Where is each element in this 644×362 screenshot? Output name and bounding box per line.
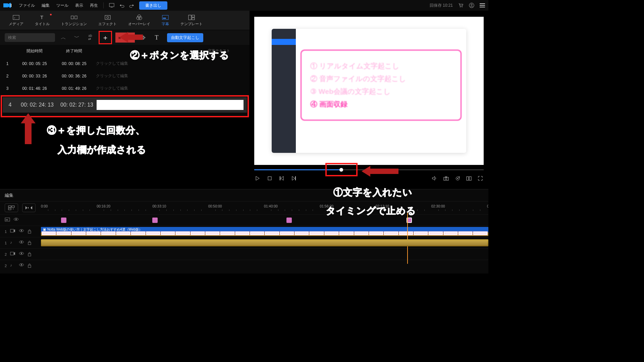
menu-tool[interactable]: ツール bbox=[53, 3, 72, 8]
seek-bar[interactable] bbox=[254, 166, 484, 173]
subtitle-row[interactable]: 2 00: 00: 33: 26 00: 00: 36: 26 クリックして編集 bbox=[0, 70, 250, 82]
settings-icon[interactable] bbox=[454, 175, 461, 182]
undo-icon[interactable] bbox=[119, 3, 124, 8]
prev-frame-icon[interactable] bbox=[278, 175, 285, 182]
autosave-time: 回保存 10:21 bbox=[430, 3, 453, 8]
svg-point-58 bbox=[21, 241, 22, 243]
svg-rect-13 bbox=[480, 7, 485, 7]
text-style-icon[interactable]: T bbox=[152, 33, 162, 43]
subtitle-marker[interactable] bbox=[61, 218, 66, 223]
volume-icon[interactable] bbox=[431, 175, 438, 182]
tab-media[interactable]: ♪ メディア bbox=[4, 13, 28, 28]
svg-rect-27 bbox=[192, 15, 195, 17]
lock-icon[interactable] bbox=[28, 240, 33, 246]
row-text[interactable]: クリックして編集 bbox=[94, 61, 250, 66]
timeline-tab-edit[interactable]: 編集 bbox=[5, 192, 47, 198]
lock-icon[interactable] bbox=[28, 252, 33, 257]
svg-point-40 bbox=[457, 178, 458, 179]
cart-icon[interactable] bbox=[458, 3, 464, 8]
visibility-icon[interactable] bbox=[13, 218, 19, 223]
search-input[interactable] bbox=[5, 33, 55, 42]
tab-overlay[interactable]: オーバーレイ bbox=[123, 13, 155, 28]
menu-file[interactable]: ファイル bbox=[15, 3, 38, 8]
video-track-2: 2 bbox=[0, 248, 488, 260]
row-end[interactable]: 00: 00: 08: 25 bbox=[54, 61, 94, 66]
svg-rect-26 bbox=[189, 15, 191, 20]
audio-track-1: 1 ♪ bbox=[0, 237, 488, 248]
export-button[interactable]: 書き出し bbox=[139, 1, 167, 10]
row-start[interactable]: 00: 00: 05: 25 bbox=[15, 61, 54, 66]
stop-icon[interactable] bbox=[266, 175, 273, 182]
svg-point-64 bbox=[21, 264, 22, 265]
row-start[interactable]: 00: 00: 33: 26 bbox=[15, 74, 54, 78]
add-subtitle-button[interactable]: ＋ bbox=[99, 31, 112, 44]
row-text[interactable]: クリックして編集 bbox=[94, 85, 250, 91]
subtitle-text-input[interactable] bbox=[97, 100, 244, 110]
play-icon[interactable] bbox=[254, 175, 261, 182]
expand-down-icon[interactable]: ﹀ bbox=[72, 33, 82, 43]
visibility-icon[interactable] bbox=[19, 252, 24, 257]
row-text[interactable]: クリックして編集 bbox=[94, 73, 250, 79]
timeline-snap-icon[interactable] bbox=[22, 203, 36, 212]
active-row-highlight: 4 00: 02: 24: 13 00: 02: 27: 13 bbox=[1, 95, 249, 117]
bracket-out-icon[interactable]: ⇥ bbox=[125, 33, 134, 42]
audio-icon: ♪ bbox=[10, 240, 15, 246]
svg-text:+: + bbox=[12, 207, 14, 210]
svg-marker-55 bbox=[14, 229, 15, 232]
menu-play[interactable]: 再生 bbox=[87, 3, 101, 8]
replace-icon[interactable]: ab⇄ bbox=[85, 33, 95, 43]
subtitle-row[interactable]: 1 00: 00: 05: 25 00: 00: 08: 25 クリックして編集 bbox=[0, 57, 250, 70]
visibility-icon[interactable] bbox=[19, 229, 24, 234]
svg-point-53 bbox=[15, 219, 17, 220]
visibility-icon[interactable] bbox=[19, 240, 24, 246]
collapse-up-icon[interactable]: ︿ bbox=[58, 33, 68, 43]
tab-transition-label: トランジション bbox=[61, 21, 87, 26]
row-end[interactable]: 00: 01: 49: 26 bbox=[54, 86, 94, 91]
menu-view[interactable]: 表示 bbox=[72, 3, 87, 8]
subtitle-row-active[interactable]: 4 00: 02: 24: 13 00: 02: 27: 13 bbox=[3, 97, 247, 113]
row-start[interactable]: 00: 01: 46: 26 bbox=[15, 86, 54, 91]
svg-rect-46 bbox=[8, 208, 11, 210]
tab-title[interactable]: T タイトル bbox=[30, 13, 54, 28]
video-clip[interactable]: ▣Notta Web版の使い方｜文字起こし方法おすすめ4選（Web版） bbox=[41, 227, 488, 236]
fullscreen-icon[interactable] bbox=[477, 175, 484, 182]
svg-marker-48 bbox=[25, 206, 27, 209]
lock-icon[interactable] bbox=[28, 229, 33, 234]
seek-handle[interactable] bbox=[339, 168, 343, 172]
subtitle-toolbar: ︿ ﹀ ab⇄ ＋ ⇤ ⇥ ✥ T 自動文字起こし bbox=[0, 30, 250, 45]
row-end[interactable]: 00: 00: 36: 26 bbox=[54, 74, 94, 78]
subtitle-marker[interactable] bbox=[152, 218, 158, 223]
tab-template[interactable]: テンプレート bbox=[176, 13, 207, 28]
subtitle-marker[interactable] bbox=[286, 218, 292, 223]
snapshot-icon[interactable] bbox=[443, 175, 449, 182]
menu-icon[interactable] bbox=[480, 3, 485, 8]
row-end[interactable]: 00: 02: 27: 13 bbox=[57, 102, 97, 108]
subtitle-row[interactable]: 3 00: 01: 46: 26 00: 01: 49: 26 クリックして編集 bbox=[0, 82, 250, 95]
tab-media-label: メディア bbox=[9, 21, 23, 26]
auto-transcribe-button[interactable]: 自動文字起こし bbox=[167, 33, 203, 42]
menu-edit[interactable]: 編集 bbox=[38, 3, 53, 8]
row-index: 1 bbox=[0, 61, 15, 66]
col-end-time: 終了時間 bbox=[54, 48, 94, 54]
tab-subtitle[interactable]: 字幕 bbox=[157, 13, 174, 28]
move-icon[interactable]: ✥ bbox=[138, 33, 148, 43]
svg-rect-11 bbox=[480, 3, 485, 4]
screen-icon[interactable] bbox=[109, 3, 114, 8]
compare-icon[interactable] bbox=[466, 175, 472, 182]
visibility-icon[interactable] bbox=[19, 263, 24, 268]
row-start[interactable]: 00: 02: 24: 13 bbox=[17, 102, 57, 108]
tab-effect[interactable]: エフェクト bbox=[94, 13, 121, 28]
svg-rect-60 bbox=[10, 252, 14, 255]
timeline-ruler[interactable]: 0:0000:16:2000:33:1000:50:0001:40:0001:5… bbox=[41, 204, 488, 212]
svg-point-10 bbox=[471, 4, 472, 5]
redo-icon[interactable] bbox=[129, 3, 135, 8]
svg-marker-50 bbox=[31, 206, 32, 209]
lock-icon[interactable] bbox=[28, 263, 33, 268]
audio-clip[interactable] bbox=[41, 239, 488, 246]
timeline-panel: 編集 + 0:0000:16:2000:33:1000:50:0001:40:0… bbox=[0, 189, 488, 274]
user-icon[interactable] bbox=[469, 3, 474, 8]
timeline-templates-icon[interactable]: + bbox=[5, 203, 18, 212]
tab-transition[interactable]: トランジション bbox=[56, 13, 92, 28]
bracket-in-icon[interactable]: ⇤ bbox=[116, 33, 125, 42]
next-frame-icon[interactable] bbox=[290, 175, 297, 182]
